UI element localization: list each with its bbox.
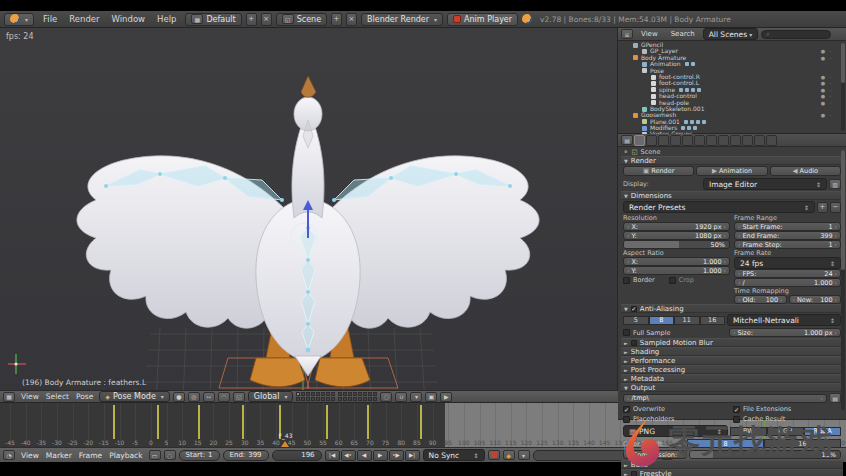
add-layout-button[interactable]: + xyxy=(246,13,257,26)
aspect-x-field[interactable]: X:1.000 xyxy=(623,257,730,266)
render-animation-button[interactable]: ▶Animation xyxy=(696,166,767,176)
viewport-canvas[interactable] xyxy=(0,28,618,390)
outliner-search-menu[interactable]: Search xyxy=(666,29,700,39)
lock-icon[interactable]: ◌ xyxy=(380,392,392,402)
freestyle-checkbox[interactable] xyxy=(631,471,637,476)
tab-render[interactable] xyxy=(634,135,645,146)
prev-keyframe-button[interactable]: ◀• xyxy=(341,450,356,461)
full-sample-checkbox[interactable]: Full Sample xyxy=(623,329,727,337)
folder-icon[interactable]: ▤ xyxy=(829,393,841,403)
tab-constraints[interactable] xyxy=(694,135,705,146)
rotate-manipulator-button[interactable]: ◠ xyxy=(218,392,230,402)
keyframe-line[interactable] xyxy=(420,405,422,439)
keyframe-line[interactable] xyxy=(113,405,115,439)
resolution-y-field[interactable]: Y:1080 px xyxy=(623,231,730,240)
end-frame-field[interactable]: End Frame:399 xyxy=(734,231,841,240)
remap-old-field[interactable]: Old:100 xyxy=(734,295,787,304)
tab-physics[interactable] xyxy=(766,135,777,146)
aa-samples-16-button[interactable]: 16 xyxy=(700,316,726,325)
editor-type-button[interactable]: ◔ xyxy=(3,450,15,460)
overwrite-checkbox[interactable]: Overwrite xyxy=(623,405,731,413)
lock-time-button[interactable]: ◌ xyxy=(164,450,176,460)
add-preset-button[interactable]: + xyxy=(817,202,828,213)
render-engine-select[interactable]: Blender Render▾ xyxy=(361,13,443,26)
tab-material[interactable] xyxy=(730,135,741,146)
topbar-menu-window[interactable]: Window xyxy=(107,13,151,25)
viewport-menu-view[interactable]: View xyxy=(18,392,42,401)
play-reverse-button[interactable]: ◀ xyxy=(357,450,372,461)
border-checkbox[interactable]: Border xyxy=(623,276,655,284)
outliner-scrollbar[interactable] xyxy=(841,43,845,131)
remap-new-field[interactable]: New:100 xyxy=(789,295,842,304)
jump-to-start-button[interactable]: |◀ xyxy=(325,450,340,461)
snap-magnet-button[interactable]: ∪ xyxy=(395,392,407,402)
render-button[interactable]: ▣Render xyxy=(623,166,694,176)
aa-checkbox[interactable] xyxy=(631,306,637,312)
keyframe-line[interactable] xyxy=(326,405,328,439)
current-frame-field[interactable]: 196 xyxy=(272,450,322,461)
keyframe-line[interactable] xyxy=(157,405,159,439)
screen-layout-select[interactable]: ▦Default xyxy=(185,13,241,26)
panel-header-shading[interactable]: Shading xyxy=(621,347,843,356)
fps-preset-select[interactable]: 24 fps⇕ xyxy=(734,257,841,269)
panel-checkbox[interactable] xyxy=(631,340,637,346)
topbar-menu-file[interactable]: File xyxy=(38,13,62,25)
keying-options-select[interactable]: ▾ xyxy=(518,450,530,460)
render-opengl-anim-button[interactable]: ▶ xyxy=(440,392,452,402)
properties-scrollbar[interactable] xyxy=(841,150,845,410)
tab-data[interactable] xyxy=(718,135,729,146)
delete-layout-button[interactable]: × xyxy=(261,13,272,26)
file-extensions-checkbox[interactable]: File Extensions xyxy=(733,405,841,413)
tab-object[interactable] xyxy=(682,135,693,146)
tab-render-layers[interactable] xyxy=(646,135,657,146)
aspect-y-field[interactable]: Y:1.000 xyxy=(623,266,730,275)
tab-scene[interactable] xyxy=(658,135,669,146)
3d-viewport[interactable]: fps: 24 (196) Body Armature : feathers.L xyxy=(0,28,618,390)
mode-select[interactable]: ◈Pose Mode▾ xyxy=(99,391,170,402)
sync-select[interactable]: No Sync⇕ xyxy=(423,449,485,461)
keyframe-line[interactable] xyxy=(198,405,200,439)
editor-type-button[interactable]: ▦ xyxy=(3,392,15,402)
viewport-menu-select[interactable]: Select xyxy=(43,392,72,401)
fps-base-field[interactable]: /1.000 xyxy=(734,278,841,287)
timeline-menu-view[interactable]: View xyxy=(18,451,42,460)
fps-field[interactable]: FPS:24 xyxy=(734,269,841,278)
aa-samples-8-button[interactable]: 8 xyxy=(649,316,675,325)
timeline-menu-playback[interactable]: Playback xyxy=(106,451,145,460)
keyframe-line[interactable] xyxy=(242,405,244,439)
use-preview-range-button[interactable]: ▭ xyxy=(149,450,161,460)
frame-step-field[interactable]: Frame Step:1 xyxy=(734,240,841,249)
topbar-menu-help[interactable]: Help xyxy=(152,13,181,25)
display-select[interactable]: Image Editor⇕ xyxy=(703,178,827,190)
crop-checkbox[interactable]: Crop xyxy=(669,276,694,284)
aa-samples-11-button[interactable]: 11 xyxy=(674,316,700,325)
display-extra-button[interactable]: ▥ xyxy=(829,179,841,189)
editor-type-button[interactable]: ▤ xyxy=(621,135,633,145)
panel-header-metadata[interactable]: Metadata xyxy=(621,374,843,383)
anim-player-button[interactable]: Anim Player xyxy=(447,13,518,26)
tab-modifiers[interactable] xyxy=(706,135,717,146)
jump-to-end-button[interactable]: ▶| xyxy=(405,450,420,461)
panel-header-performance[interactable]: Performance xyxy=(621,356,843,365)
scale-manipulator-button[interactable]: ◱ xyxy=(233,392,245,402)
editor-type-button[interactable]: ≡ xyxy=(621,29,633,39)
viewport-menu-pose[interactable]: Pose xyxy=(73,392,96,401)
render-presets-select[interactable]: Render Presets⇕ xyxy=(623,201,815,213)
output-path-field[interactable]: /tmp\ xyxy=(623,394,827,403)
keyframe-line[interactable] xyxy=(367,405,369,439)
snap-element-select[interactable]: ▾ xyxy=(410,392,422,402)
blender-splash-icon[interactable] xyxy=(522,14,532,24)
pivot-point-button[interactable]: ◎ xyxy=(188,392,200,402)
keying-set-key-icon[interactable]: ◆ xyxy=(503,450,515,460)
next-keyframe-button[interactable]: •▶ xyxy=(389,450,404,461)
delete-scene-button[interactable]: × xyxy=(346,13,357,26)
timeline-menu-marker[interactable]: Marker xyxy=(43,451,75,460)
swan-neck[interactable] xyxy=(292,97,324,218)
auto-keyframe-button[interactable] xyxy=(488,450,500,460)
outliner-scope-select[interactable]: All Scenes▾ xyxy=(703,28,758,40)
panel-header-post-processing[interactable]: Post Processing xyxy=(621,365,843,374)
tab-world[interactable] xyxy=(670,135,681,146)
tab-texture[interactable] xyxy=(742,135,753,146)
outliner-search-input[interactable]: ⌕ xyxy=(761,30,831,39)
panel-header-output[interactable]: Output xyxy=(621,383,843,392)
